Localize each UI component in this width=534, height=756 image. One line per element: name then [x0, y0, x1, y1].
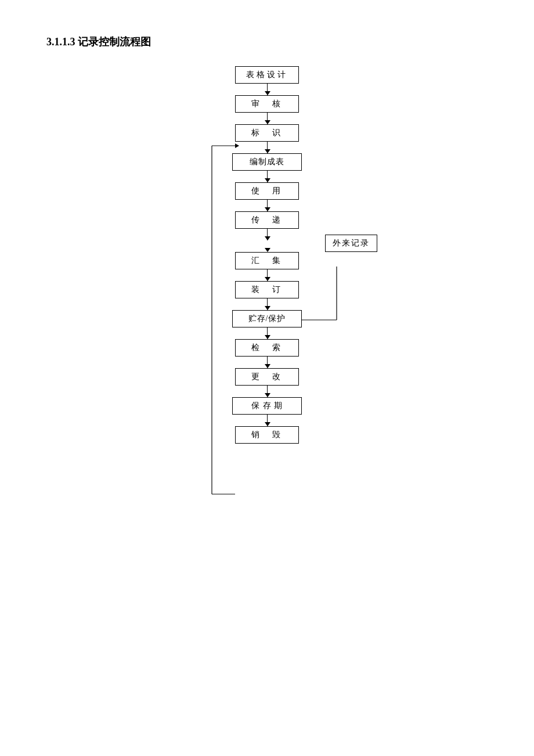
box-biaoge: 表格设计 [235, 66, 299, 84]
box-jiansuo: 检 索 [235, 339, 299, 357]
box-beicun: 贮存/保护 [232, 310, 302, 327]
arrow-7 [267, 298, 268, 310]
box-shenhe: 审 核 [235, 95, 299, 113]
box-bianzhi: 编制成表 [232, 153, 302, 171]
flowchart-container: 表格设计 审 核 标 识 编制成表 使 用 传 递 汇 集 [46, 66, 488, 444]
box-shiyong: 使 用 [235, 182, 299, 200]
arrow-0 [267, 84, 268, 95]
arrow-3 [267, 171, 268, 182]
arrow-2 [267, 142, 268, 153]
external-box: 外来记录 [325, 235, 377, 252]
arrow-6 [267, 269, 268, 281]
box-baocunqi: 保 存 期 [232, 397, 302, 415]
arrow-9 [267, 357, 268, 368]
box-xiaohui: 销 毁 [235, 426, 299, 444]
page: 3.1.1.3 记录控制流程图 表格设计 [0, 0, 534, 756]
arrow-5 [267, 229, 268, 240]
section-title: 3.1.1.3 记录控制流程图 [46, 35, 488, 49]
box-biaoshi: 标 识 [235, 124, 299, 142]
arrow-1 [267, 113, 268, 124]
box-zhuangding: 装 订 [235, 281, 299, 298]
arrow-10 [267, 386, 268, 397]
box-huiji: 汇 集 [235, 252, 299, 269]
arrow-4 [267, 200, 268, 211]
arrow-8 [267, 327, 268, 339]
flowchart: 表格设计 审 核 标 识 编制成表 使 用 传 递 汇 集 [122, 66, 412, 444]
box-gengge: 更 改 [235, 368, 299, 386]
box-chuandi: 传 递 [235, 211, 299, 229]
arrow-11 [267, 415, 268, 426]
